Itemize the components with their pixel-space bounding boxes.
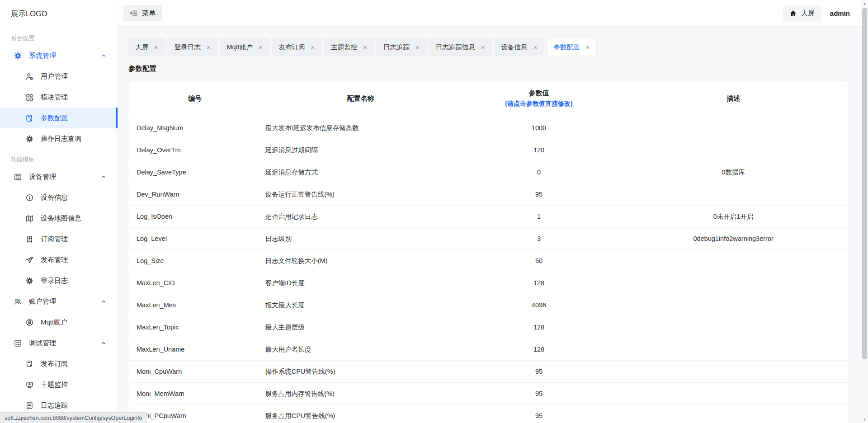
sidebar-item-login-log[interactable]: 登录日志 [0,270,118,291]
table-header-row: 编号 配置名称 参数值 (请点击参数值直接修改) 描述 [128,80,849,117]
sidebar-item-mqtt-account[interactable]: Mqtt账户 [0,312,118,333]
sidebar-item-account-management[interactable]: 账户管理 [0,291,118,312]
table-row: Delay_OverTm延迟消息过期间隔120 [128,139,849,161]
sidebar-item-publish-management[interactable]: 发布管理 [0,249,118,270]
sidebar-item-device-info[interactable]: 设备信息 [0,187,118,208]
sidebar-item-system-management[interactable]: 系统管理 [0,45,118,66]
cell-code: Delay_MsgNum [128,117,262,139]
cell-value[interactable]: 95 [460,183,618,206]
cell-desc [618,272,849,294]
tab-mqtt-account[interactable]: Mqtt账户× [220,38,270,56]
tab-param-config[interactable]: 参数配置× [546,38,597,56]
table-row: Log_IsOpen是否启用记录日志10未开启1开启 [128,206,849,228]
tab-dashboard[interactable]: 大屏× [128,38,165,56]
current-user[interactable]: admin [830,9,850,17]
close-icon[interactable]: × [207,44,211,51]
close-icon[interactable]: × [259,44,263,51]
sidebar-item-label: 模块管理 [41,93,118,102]
sidebar-item-device-management[interactable]: 设备管理 [0,166,118,187]
sidebar-item-device-map-info[interactable]: 设备地图信息 [0,208,118,229]
close-icon[interactable]: × [154,44,158,51]
sidebar-item-debug-management[interactable]: 调试管理 [0,333,118,353]
tab-label: Mqtt账户 [227,43,253,52]
table-row: Moni_MemWarn服务占用内存警告线(%)95 [128,383,849,405]
sidebar-item-operation-log-query[interactable]: 操作日志查询 [0,128,118,149]
browser-status-bar: soft.zzjiechen.com:8088/systemConfig/sys… [0,412,147,423]
sidebar-item-label: 登录日志 [41,277,118,285]
scrollbar-thumb[interactable] [862,8,867,359]
sidebar-item-param-config[interactable]: 参数配置 [0,108,118,128]
main-area: 菜单 大屏 admin 大屏×登录日志×Mqtt账户×发布订阅×主题监控×日志追… [118,0,868,423]
sidebar-item-label: 主题监控 [41,381,118,389]
sidebar-item-user-management[interactable]: 用户管理 [0,66,118,87]
cell-desc [618,250,849,272]
close-icon[interactable]: × [481,44,485,51]
cell-code: Moni_MemWarn [128,383,262,405]
page-scrollbar[interactable]: ▲ ▼ [861,0,868,423]
cell-value[interactable]: 95 [460,405,618,423]
cell-code: Log_Level [128,228,262,250]
close-icon[interactable]: × [415,44,420,51]
tab-label: 设备信息 [501,43,528,52]
cell-code: Log_IsOpen [128,206,262,228]
close-icon[interactable]: × [363,44,367,51]
sidebar-item-module-management[interactable]: 模块管理 [0,87,118,108]
cell-name: 报文最大长度 [262,294,460,316]
cell-value[interactable]: 128 [460,272,618,294]
header-code: 编号 [128,80,262,117]
sidebar-section-label: 后台设置 [11,34,118,42]
cell-value[interactable]: 95 [460,383,618,405]
config-table: 编号 配置名称 参数值 (请点击参数值直接修改) 描述 Delay_MsgNum… [128,80,849,423]
tab-label: 发布订阅 [279,43,305,52]
sidebar-item-topic-monitor[interactable]: 主题监控 [0,374,118,395]
tab-topic-monitor[interactable]: 主题监控× [324,38,374,56]
send-icon [25,256,34,264]
dashboard-button[interactable]: 大屏 [783,5,821,21]
sidebar-item-publish-subscribe[interactable]: 发布订阅 [0,353,118,374]
cell-desc [618,338,849,361]
cell-value[interactable]: 0 [460,161,618,183]
cell-value[interactable]: 1000 [460,117,618,139]
cell-value[interactable]: 128 [460,316,618,338]
cell-desc: 0数据库 [618,161,849,183]
cell-code: MaxLen_Topic [128,316,262,338]
scroll-down-icon[interactable]: ▼ [861,416,868,423]
topbar-right: 大屏 admin [783,5,850,21]
cell-value[interactable]: 120 [460,139,618,161]
tab-device-info[interactable]: 设备信息× [494,38,545,56]
cell-desc [618,117,849,139]
topbar: 菜单 大屏 admin [118,0,868,27]
tab-log-trace-info[interactable]: 日志追踪信息× [429,38,492,56]
sidebar-item-label: 设备管理 [29,173,100,181]
cell-name: 最大用户名长度 [262,338,460,361]
cell-code: Log_Size [128,250,262,272]
scroll-up-icon[interactable]: ▲ [861,0,868,7]
cell-value[interactable]: 50 [460,250,618,272]
header-value-hint: (请点击参数值直接修改) [460,100,618,108]
cell-desc [618,316,849,338]
cell-code: Delay_OverTm [128,139,262,161]
sidebar-item-label: 设备地图信息 [41,214,118,223]
device-list-icon [14,173,22,181]
sidebar-item-label: Mqtt账户 [41,318,118,327]
cell-value[interactable]: 128 [460,338,618,361]
sidebar-item-label: 系统管理 [29,52,100,60]
tab-log-trace[interactable]: 日志追踪× [376,38,427,56]
sidebar-item-label: 调试管理 [29,339,100,348]
cell-value[interactable]: 3 [460,228,618,250]
table-row: MaxLen_CID客户端ID长度128 [128,272,849,294]
menu-toggle-button[interactable]: 菜单 [123,5,162,21]
close-icon[interactable]: × [585,44,590,51]
sidebar-item-subscription-management[interactable]: 订阅管理 [0,229,118,249]
cell-value[interactable]: 4096 [460,294,618,316]
cell-value[interactable]: 95 [460,361,618,383]
table-row: Delay_SaveType延迟消息存储方式00数据库 [128,161,849,183]
cell-value[interactable]: 1 [460,206,618,228]
tab-publish-subscribe[interactable]: 发布订阅× [272,38,322,56]
close-icon[interactable]: × [311,44,315,51]
close-icon[interactable]: × [533,44,538,51]
tab-login-log[interactable]: 登录日志× [167,38,218,56]
sidebar-item-label: 订阅管理 [41,235,118,244]
menu-fold-icon [130,9,138,17]
table-row: Delay_MsgNum最大发布\延迟发布信息存储条数1000 [128,117,849,139]
